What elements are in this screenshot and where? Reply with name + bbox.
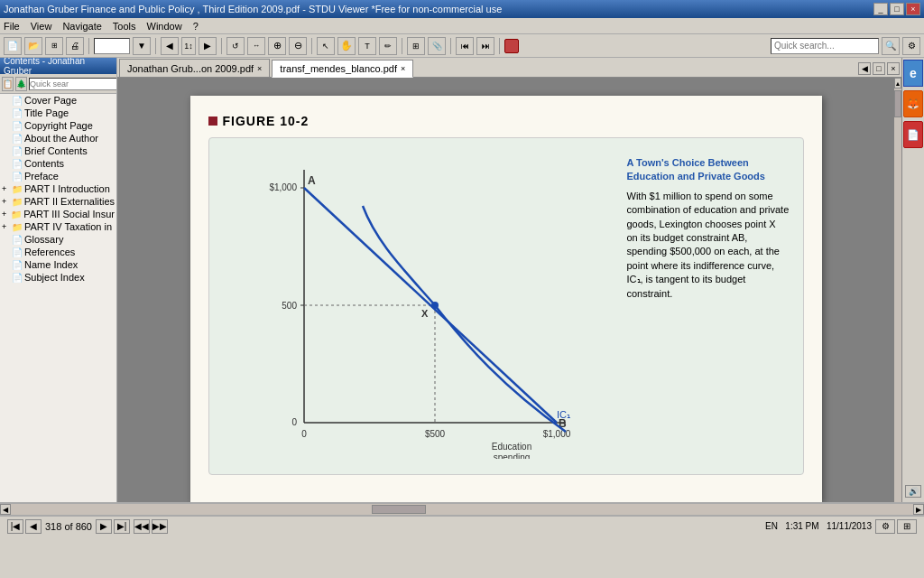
sidebar-item-part1[interactable]: + 📁 PART I Introduction [0,182,116,195]
search-options-btn[interactable]: ⚙ [902,37,920,55]
document-icon[interactable]: 📄 [903,121,923,148]
menu-help[interactable]: ? [193,21,199,32]
settings-btn[interactable]: ⚙ [875,519,895,534]
language-indicator: EN [765,521,778,531]
save-button[interactable]: ⊞ [45,37,63,55]
sidebar-item-name-index[interactable]: 📄 Name Index [0,258,116,271]
scroll-up-arrow[interactable]: ▲ [894,78,901,89]
volume-icon[interactable]: 🔊 [905,485,921,498]
last-page-btn[interactable]: ⏭ [476,37,494,55]
page-icon: 📄 [12,260,23,270]
h-scroll-left[interactable]: ◀ [0,504,11,515]
firefox-icon[interactable]: 🦊 [903,90,923,117]
text-btn[interactable]: T [358,37,376,55]
separator-3 [221,38,222,54]
select-btn[interactable]: ↖ [317,37,335,55]
tab-close-main[interactable]: × [257,64,262,73]
sidebar-search-input[interactable] [29,78,117,90]
tab-main-pdf[interactable]: Jonathan Grub...on 2009.pdf × [119,59,270,77]
pdf-page: FIGURE 10-2 Private goods spending (thou… [190,96,822,502]
tab-bar: Jonathan Grub...on 2009.pdf × transf_men… [117,58,901,78]
menu-bar: File View Navigate Tools Window ? [0,18,924,34]
sidebar-item-part4[interactable]: + 📁 PART IV Taxation in [0,220,116,233]
last-page-nav[interactable]: ▶| [114,519,130,534]
bottom-right-icons: ⚙ ⊞ [875,519,917,534]
scroll-thumb[interactable] [894,90,901,117]
prev-page-btn[interactable]: ◀ [161,37,179,55]
zoom-out-btn[interactable]: ⊖ [289,37,307,55]
search-input[interactable] [771,38,879,54]
sidebar-icon-btn[interactable]: 📋 [2,77,14,91]
separator-2 [155,38,156,54]
sidebar-item-subject-index[interactable]: 📄 Subject Index [0,271,116,284]
fit-width-btn[interactable]: ↔ [247,37,265,55]
rotate-btn[interactable]: ↺ [226,37,245,55]
maximize-button[interactable]: □ [890,3,904,15]
next-page-btn[interactable]: ▶ [199,37,217,55]
open-button[interactable]: 📂 [24,37,42,55]
menu-file[interactable]: File [4,21,20,32]
zoom-dropdown[interactable]: ▼ [133,37,151,55]
tab-transf-pdf[interactable]: transf_mendes_blanco.pdf × [272,60,413,78]
attach-btn[interactable]: 📎 [428,37,446,55]
figure-container: Private goods spending (thousands) Priva… [208,137,804,475]
page-counter: 318 of 860 [45,521,92,532]
menu-window[interactable]: Window [147,21,182,32]
menu-tools[interactable]: Tools [113,21,136,32]
sidebar-item-part2[interactable]: + 📁 PART II Externalities [0,195,116,208]
window-controls[interactable]: _ □ × [873,3,920,15]
browser-icon[interactable]: e [903,60,923,87]
bookmark-btn[interactable]: ⊞ [407,37,425,55]
menu-navigate[interactable]: Navigate [62,21,101,32]
page-content[interactable]: FIGURE 10-2 Private goods spending (thou… [117,78,894,502]
next-page-nav[interactable]: ▶ [96,519,112,534]
sidebar-item-cover[interactable]: 📄 Cover Page [0,94,116,107]
counter-btn: 1↕ [181,37,196,55]
outer-right-panel: e 🦊 📄 🔊 [901,58,924,502]
tab-close-btn[interactable]: × [887,62,900,75]
mark-btn[interactable]: ✏ [379,37,397,55]
sidebar-item-references[interactable]: 📄 References [0,246,116,258]
sidebar-item-title[interactable]: 📄 Title Page [0,107,116,119]
h-scroll-right[interactable]: ▶ [913,504,924,515]
sidebar-item-contents[interactable]: 📄 Contents [0,157,116,170]
doc-scrollbar[interactable]: ▲ [894,78,901,502]
thumb-view-btn[interactable]: ⊞ [897,519,917,534]
sidebar-item-brief[interactable]: 📄 Brief Contents [0,144,116,157]
sidebar-item-glossary[interactable]: 📄 Glossary [0,233,116,246]
sidebar-item-preface[interactable]: 📄 Preface [0,170,116,182]
search-icon-btn[interactable]: 🔍 [882,37,900,55]
sidebar-item-part3[interactable]: + 📁 PART III Social Insur [0,208,116,220]
sidebar-item-copyright[interactable]: 📄 Copyright Page [0,119,116,132]
zoom-input[interactable]: 138% [94,38,130,54]
x-axis-title2: spending [493,452,530,459]
x-label-1000: $1,000 [542,429,570,439]
sidebar: Contents - Jonathan Gruber 📋 🌲 ▶ 📄 Cover… [0,58,117,502]
first-page-btn[interactable]: ⏮ [456,37,474,55]
point-X-dot [431,302,439,309]
back-nav[interactable]: ◀◀ [134,519,150,534]
new-button[interactable]: 📄 [4,37,22,55]
close-button[interactable]: × [906,3,920,15]
x-label-0: 0 [301,429,307,439]
hand-btn[interactable]: ✋ [337,37,356,55]
fwd-nav[interactable]: ▶▶ [152,519,168,534]
sidebar-tree-btn[interactable]: 🌲 [15,77,27,91]
h-scroll-thumb[interactable] [372,505,426,514]
print-button[interactable]: 🖨 [66,37,84,55]
h-scroll-track[interactable] [11,505,913,514]
tab-controls: ◀ □ × [858,62,900,77]
red-btn[interactable] [504,39,519,53]
zoom-in-btn[interactable]: ⊕ [268,37,286,55]
tab-prev-btn[interactable]: ◀ [858,62,871,75]
minimize-button[interactable]: _ [873,3,888,15]
menu-view[interactable]: View [31,21,52,32]
tab-close-transf[interactable]: × [401,64,405,73]
sidebar-item-author[interactable]: 📄 About the Author [0,132,116,144]
prev-page-nav[interactable]: ◀ [25,519,42,534]
first-page-nav[interactable]: |◀ [7,519,23,534]
tab-new-btn[interactable]: □ [873,62,885,75]
h-scrollbar[interactable]: ◀ ▶ [0,503,924,516]
contents-tree: 📄 Cover Page 📄 Title Page 📄 Copyright Pa… [0,94,116,502]
figure-desc-title: A Town's Choice Between Education and Pr… [627,156,790,184]
